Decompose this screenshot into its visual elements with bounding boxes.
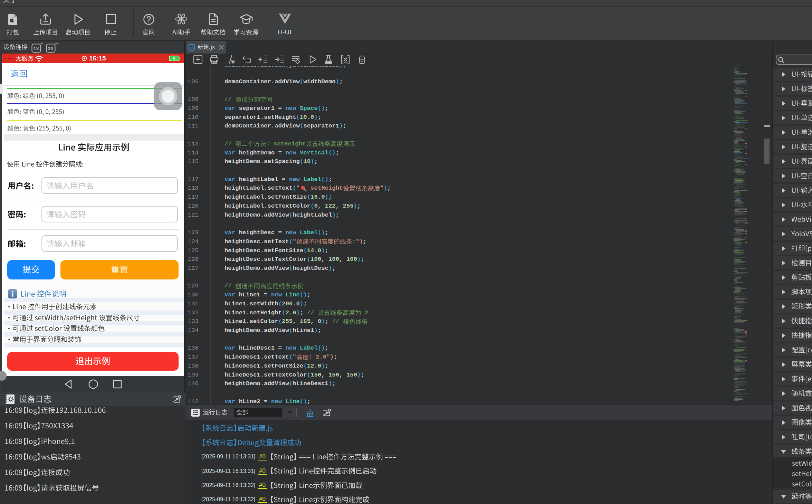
svg-text:1X: 1X	[34, 46, 39, 51]
svg-text:JS: JS	[190, 46, 194, 50]
svg-text:2X: 2X	[48, 46, 54, 51]
